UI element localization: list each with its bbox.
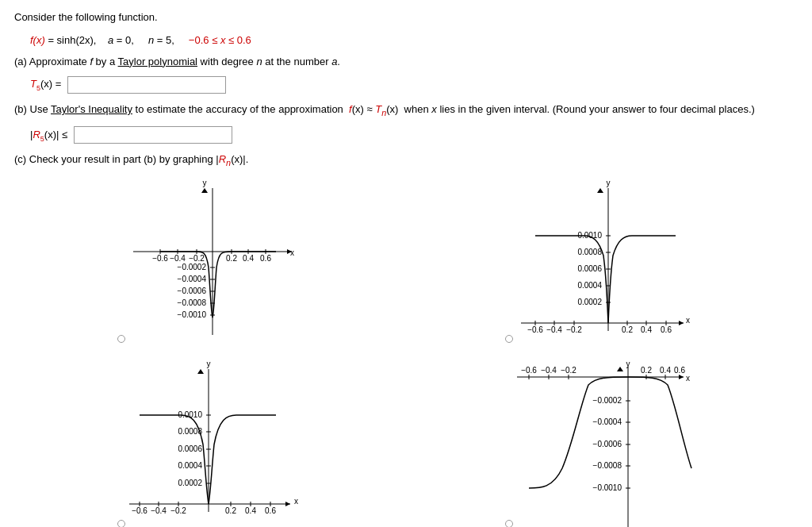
function-label: f(x) xyxy=(30,34,45,46)
radio4[interactable] xyxy=(505,520,513,527)
graphs-row2: y x −0.6 −0.4 −0.2 0.2 0.4 0.6 0.0002 0.… xyxy=(14,357,798,527)
g4-x3: −0.2 xyxy=(561,366,576,375)
g4-x4: 0.2 xyxy=(641,366,652,375)
part-a-label: (a) Approximate f by a Taylor polynomial… xyxy=(14,54,798,71)
g4-y4: −0.0008 xyxy=(592,461,622,470)
g1-x4: 0.2 xyxy=(226,254,237,263)
g1-yarrow xyxy=(201,188,208,193)
graph3-wrapper: y x −0.6 −0.4 −0.2 0.2 0.4 0.6 0.0002 0.… xyxy=(117,357,300,527)
graph4-svg: y x −0.6 −0.4 −0.2 0.2 0.4 0.6 −0.0002 −… xyxy=(505,357,695,527)
g3-y1: 0.0002 xyxy=(178,479,202,487)
g1-y3: −0.0006 xyxy=(177,287,206,295)
g3-x6: 0.6 xyxy=(265,506,276,515)
r5x-label: |R5(x)| ≤ xyxy=(30,129,67,140)
part-b-section: (b) Use Taylor's Inequality to estimate … xyxy=(14,102,798,144)
g1-ylabel: y xyxy=(202,179,206,187)
g2-x3: −0.2 xyxy=(566,325,582,334)
g3-ylabel: y xyxy=(206,360,210,368)
g3-x2: −0.4 xyxy=(151,506,167,515)
g1-y4: −0.0008 xyxy=(177,298,206,307)
part-c-label: (c) Check your result in part (b) by gra… xyxy=(14,152,798,170)
g2-curve xyxy=(535,236,676,323)
g2-y1: 0.0002 xyxy=(577,298,602,306)
g3-x1: −0.6 xyxy=(132,506,147,515)
param-n: n = 5, xyxy=(148,34,186,46)
g2-x2: −0.4 xyxy=(546,325,562,334)
g4-y1: −0.0002 xyxy=(592,396,622,405)
g4-y3: −0.0006 xyxy=(592,440,622,448)
g1-x1: −0.6 xyxy=(152,254,168,263)
when-text: when xyxy=(404,103,429,115)
g3-y3: 0.0006 xyxy=(178,444,202,453)
function-line: f(x) = sinh(2x), a = 0, n = 5, −0.6 ≤ x … xyxy=(30,33,798,49)
g3-x3: −0.2 xyxy=(170,506,186,515)
part-a-input-line: T5(x) = xyxy=(30,76,798,94)
g4-y5: −0.0010 xyxy=(592,483,622,492)
g1-y5: −0.0010 xyxy=(177,310,206,319)
header-text: Consider the following function. xyxy=(14,11,158,23)
g2-y2: 0.0004 xyxy=(577,281,602,290)
g3-xlabel: x xyxy=(294,497,298,506)
function-eq: = sinh(2x), xyxy=(48,34,105,46)
param-a: a = 0, xyxy=(108,34,145,46)
g3-curve xyxy=(140,415,276,504)
g2-xarrow xyxy=(679,321,684,325)
g4-y2: −0.0004 xyxy=(592,417,622,426)
g4-x6: 0.6 xyxy=(674,366,685,375)
svg-marker-25 xyxy=(197,369,204,374)
svg-marker-39 xyxy=(679,375,684,379)
t5x-label: T xyxy=(30,79,36,90)
g2-x4: 0.2 xyxy=(622,325,633,334)
part-b-label: (b) Use Taylor's Inequality to estimate … xyxy=(14,102,798,120)
g2-y4: 0.0008 xyxy=(577,248,602,256)
g1-y1: −0.0002 xyxy=(177,263,206,271)
g2-x1: −0.6 xyxy=(527,325,543,334)
radio2[interactable] xyxy=(505,335,513,343)
g2-x5: 0.4 xyxy=(641,325,652,334)
g1-x5: 0.4 xyxy=(243,254,254,263)
g1-x3: −0.2 xyxy=(189,254,205,263)
graph4-wrapper: y x −0.6 −0.4 −0.2 0.2 0.4 0.6 −0.0002 −… xyxy=(505,357,695,527)
radio1[interactable] xyxy=(117,335,125,343)
part-a-input[interactable] xyxy=(67,76,226,94)
part-b-input-line: |R5(x)| ≤ xyxy=(30,126,798,144)
g3-x4: 0.2 xyxy=(225,506,236,515)
graph2-wrapper: y x −0.6 −0.4 −0.2 0.2 0.4 0.6 0.0002 0.… xyxy=(505,176,695,351)
g1-xlabel: x xyxy=(290,248,294,257)
g1-y2: −0.0004 xyxy=(177,275,206,283)
g4-curve xyxy=(529,377,691,488)
g2-xlabel: x xyxy=(686,316,690,325)
g2-ylabel: y xyxy=(606,179,610,187)
problem-header: Consider the following function. xyxy=(14,10,798,26)
graph3-svg: y x −0.6 −0.4 −0.2 0.2 0.4 0.6 0.0002 0.… xyxy=(117,357,300,527)
graph2-svg: y x −0.6 −0.4 −0.2 0.2 0.4 0.6 0.0002 0.… xyxy=(505,176,695,351)
g4-x1: −0.6 xyxy=(521,366,537,375)
g3-y2: 0.0004 xyxy=(178,461,202,470)
g2-x6: 0.6 xyxy=(661,325,672,334)
part-a-section: (a) Approximate f by a Taylor polynomial… xyxy=(14,54,798,94)
g4-x2: −0.4 xyxy=(541,366,557,375)
part-b-input[interactable] xyxy=(74,126,232,144)
g1-x2: −0.4 xyxy=(170,254,186,263)
graphs-row1: y x −0.6 −0.4 −0.2 0.2 0.4 0.6 −0.0002 −… xyxy=(14,176,798,351)
svg-marker-40 xyxy=(617,367,623,371)
g1-x6: 0.6 xyxy=(260,254,271,263)
g2-y3: 0.0006 xyxy=(577,264,602,273)
g4-x5: 0.4 xyxy=(660,366,671,375)
graph1-svg: y x −0.6 −0.4 −0.2 0.2 0.4 0.6 −0.0002 −… xyxy=(117,176,300,351)
g2-yarrow xyxy=(597,188,603,193)
g3-x5: 0.4 xyxy=(245,506,256,515)
svg-marker-24 xyxy=(285,502,290,506)
graph1-wrapper: y x −0.6 −0.4 −0.2 0.2 0.4 0.6 −0.0002 −… xyxy=(117,176,300,351)
part-c-section: (c) Check your result in part (b) by gra… xyxy=(14,152,798,170)
param-range: −0.6 ≤ x ≤ 0.6 xyxy=(189,34,251,46)
radio3[interactable] xyxy=(117,520,125,527)
g4-xlabel: x xyxy=(686,374,690,383)
